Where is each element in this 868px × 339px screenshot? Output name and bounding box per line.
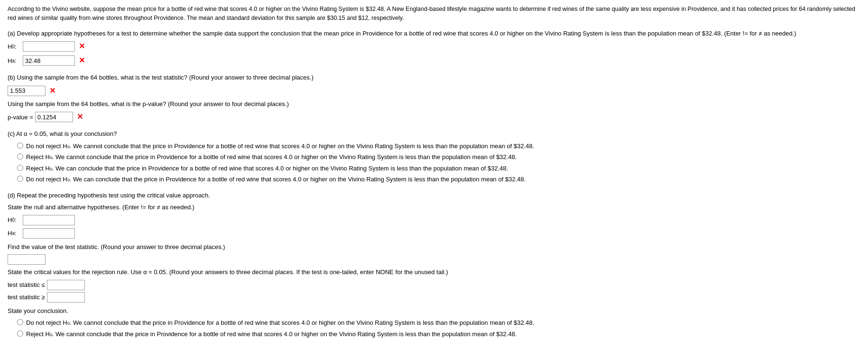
part-b-label: (b) Using the sample from the 64 bottles… (8, 73, 860, 82)
test-stat-gte-input[interactable] (47, 292, 85, 303)
h0-input-a[interactable] (23, 41, 75, 52)
part-a-question-text: Develop appropriate hypotheses for a tes… (17, 30, 796, 37)
test-stat-gte-label: test statistic ≥ (8, 293, 45, 302)
part-c-option-4: Do not reject H₀. We can conclude that t… (17, 175, 860, 184)
part-c-label: (c) (8, 130, 15, 137)
part-d-hypotheses-label: State the null and alternative hypothese… (8, 203, 860, 212)
part-b-tag: (b) (8, 74, 15, 81)
part-b-question1: Using the sample from the 64 bottles, wh… (17, 74, 314, 81)
part-c-option-3-text: Reject H₀. We can conclude that the pric… (26, 164, 508, 173)
part-d-radio-1[interactable] (17, 319, 23, 325)
part-c-question-text: At α = 0.05, what is your conclusion? (16, 130, 117, 137)
part-d-question: (d) Repeat the preceding hypothesis test… (8, 191, 860, 200)
find-stat-input[interactable] (8, 254, 46, 265)
part-c-option-1: Do not reject H₀. We cannot conclude tha… (17, 142, 860, 151)
h0-input-d[interactable] (23, 215, 75, 225)
ha-xmark-a: ✕ (79, 55, 85, 66)
pvalue-label: p-value = (8, 113, 33, 122)
part-b-question2: Using the sample from the 64 bottles, wh… (8, 99, 860, 109)
find-stat-label: Find the value of the test statistic. (R… (8, 242, 860, 252)
ha-row-a: Ha: ✕ (8, 55, 860, 66)
critical-values-label: State the critical values for the reject… (8, 268, 860, 277)
part-b-section: (b) Using the sample from the 64 bottles… (8, 73, 860, 123)
intro-paragraph: According to the Vivino website, suppose… (8, 5, 860, 23)
conclusion-label-d: State your conclusion. (8, 306, 860, 316)
critical-gte-row: test statistic ≥ (8, 292, 860, 303)
part-c-option-4-text: Do not reject H₀. We can conclude that t… (26, 175, 526, 184)
part-a-label: (a) (8, 30, 15, 37)
part-c-option-1-text: Do not reject H₀. We cannot conclude tha… (26, 142, 534, 151)
ha-label-d: Ha: (8, 229, 21, 238)
part-c-options: Do not reject H₀. We cannot conclude tha… (17, 142, 860, 184)
h0-row-d: H0: (8, 215, 860, 225)
h0-label-a: H0: (8, 42, 21, 52)
part-d-section: (d) Repeat the preceding hypothesis test… (8, 191, 860, 339)
part-d-option-1-text: Do not reject H₀. We cannot conclude tha… (26, 318, 534, 328)
h0-xmark-a: ✕ (79, 41, 85, 52)
part-d-options: Do not reject H₀. We cannot conclude tha… (17, 318, 860, 339)
part-d-option-1: Do not reject H₀. We cannot conclude tha… (17, 318, 860, 328)
ha-row-d: Ha: (8, 228, 860, 239)
part-d-radio-2[interactable] (17, 330, 23, 337)
part-d-question-text: Repeat the preceding hypothesis test usi… (17, 192, 210, 199)
part-c-radio-3[interactable] (17, 165, 23, 171)
pvalue-input[interactable] (35, 112, 73, 122)
part-d-label: (d) (8, 192, 15, 199)
pvalue-xmark: ✕ (77, 111, 83, 123)
test-stat-row: ✕ (8, 85, 860, 97)
part-c-option-3: Reject H₀. We can conclude that the pric… (17, 164, 860, 173)
part-a-question: (a) Develop appropriate hypotheses for a… (8, 29, 860, 38)
part-c-radio-2[interactable] (17, 153, 23, 160)
pvalue-row: p-value = ✕ (8, 111, 860, 123)
ha-input-d[interactable] (23, 228, 75, 239)
ha-input-a[interactable] (23, 55, 75, 66)
part-c-option-2-text: Reject H₀. We cannot conclude that the p… (26, 152, 517, 162)
h0-row-a: H0: ✕ (8, 41, 860, 52)
test-stat-lte-input[interactable] (47, 280, 85, 290)
part-c-question: (c) At α = 0.05, what is your conclusion… (8, 129, 860, 139)
part-c-radio-4[interactable] (17, 176, 23, 182)
find-stat-row (8, 254, 860, 265)
h0-label-d: H0: (8, 215, 21, 225)
part-d-option-2-text: Reject H₀. We cannot conclude that the p… (26, 330, 517, 339)
test-stat-input[interactable] (8, 86, 46, 96)
part-c-section: (c) At α = 0.05, what is your conclusion… (8, 129, 860, 184)
critical-lte-row: test statistic ≤ (8, 280, 860, 290)
test-stat-xmark: ✕ (49, 85, 55, 97)
part-c-radio-1[interactable] (17, 143, 23, 149)
part-a-section: (a) Develop appropriate hypotheses for a… (8, 29, 860, 67)
part-d-option-2: Reject H₀. We cannot conclude that the p… (17, 330, 860, 339)
test-stat-lte-label: test statistic ≤ (8, 280, 45, 290)
ha-label-a: Ha: (8, 56, 21, 66)
part-c-option-2: Reject H₀. We cannot conclude that the p… (17, 152, 860, 162)
